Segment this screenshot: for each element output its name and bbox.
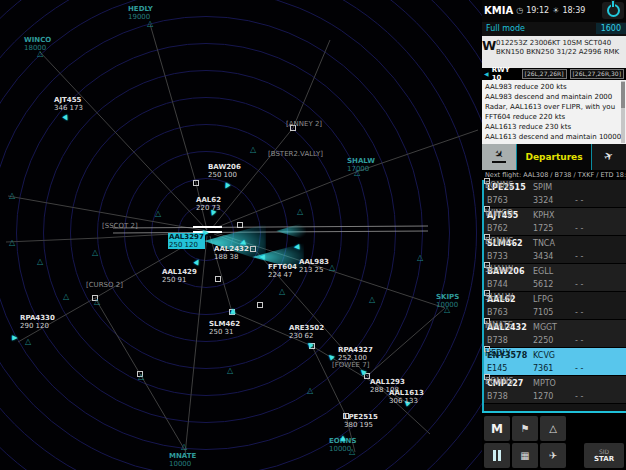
strip-exit-fix: EONNS <box>484 178 490 184</box>
flight-strip[interactable]: ENY3578 KCVG HEDLY E145 7361 - - <box>484 348 626 376</box>
strip-extra: - - <box>575 306 583 319</box>
daylight-icon: ☀ <box>552 6 559 15</box>
plane-takeoff-icon: ✈ <box>602 149 616 165</box>
strip-aircraft-type: B738 <box>487 334 533 347</box>
windsock-button[interactable]: ⚑ <box>512 416 538 441</box>
strip-extra: - - <box>575 194 583 207</box>
weather-text: 012253Z 23006KT 10SM SCT040 BKN150 BKN25… <box>496 36 619 68</box>
tab-departures[interactable]: Departures <box>517 144 591 170</box>
pause-icon <box>492 446 502 465</box>
aircraft-label[interactable]: AAL3297250 120 <box>168 233 205 249</box>
current-time: 19:12 <box>526 6 549 15</box>
toolbar-row-1: M ⚑ △ <box>484 416 624 441</box>
runway-bar-icon <box>492 161 506 163</box>
aircraft-label[interactable]: FFT604224 47 <box>268 263 297 279</box>
strip-tabs: ✈ Departures ✈ <box>482 144 626 170</box>
weather-box: W 012253Z 23006KT 10SM SCT040 BKN150 BKN… <box>482 36 626 68</box>
aircraft-label[interactable]: AAL1429250 91 <box>162 268 197 284</box>
strip-squawk: 7105 <box>533 306 575 319</box>
strip-extra: - - <box>575 334 583 347</box>
traffic-button[interactable]: ✈ <box>540 443 566 468</box>
strip-extra: - - <box>575 390 583 403</box>
weather-letter: W <box>482 36 496 68</box>
strip-aircraft-type: B738 <box>487 390 533 403</box>
tab-arrivals[interactable]: ✈ <box>482 144 517 170</box>
aircraft-label[interactable]: RPA4330290 120 <box>20 314 55 330</box>
strip-aircraft-type: B744 <box>487 278 533 291</box>
radar-display[interactable]: △△△△△△△△△△△△△△△△△△△△△△△ HEDLY19000 WINCO… <box>0 0 482 470</box>
triangle-icon: △ <box>549 423 557 434</box>
sidebar-header: KMIA ◷ 19:12 ☀ 18:39 <box>482 0 626 22</box>
strip-exit-fix: WINCO <box>484 206 490 212</box>
strip-squawk: 5612 <box>533 278 575 291</box>
plane-icon: ✈ <box>549 450 557 461</box>
strip-grid-button[interactable]: ▦ <box>512 443 538 468</box>
log-line: FFT604 reduce 220 kts <box>485 112 617 122</box>
next-flight-info: Next flight: AAL308 / B738 / TXKF / ETD … <box>482 170 626 180</box>
strip-squawk: 1725 <box>533 222 575 235</box>
flight-strip[interactable]: BAW206 EGLL SHALW B744 5612 - - <box>484 264 626 292</box>
sid-star-toggle-button[interactable]: SID STAR <box>584 443 624 468</box>
strip-extra: - - <box>575 250 583 263</box>
strip-destination: MPTO <box>533 377 575 390</box>
strip-exit-fix: EONNS <box>484 234 490 240</box>
aircraft-label[interactable]: AAL62220 73 <box>196 196 221 212</box>
log-line: AAL983 descend and maintain 2000 <box>485 92 617 102</box>
aircraft-label[interactable]: ARE3502230 62 <box>289 324 324 340</box>
log-scrollbar[interactable] <box>621 81 625 143</box>
strip-aircraft-type: B763 <box>487 194 533 207</box>
tab-outbound[interactable]: ✈ <box>591 144 626 170</box>
landing-runways[interactable]: [26L,27,26R] <box>522 69 567 79</box>
atc-app-window: △△△△△△△△△△△△△△△△△△△△△△△ HEDLY19000 WINCO… <box>0 0 626 470</box>
aircraft-label-layer: AJT455346 173 BAW206250 100 AAL62220 73 … <box>0 0 482 470</box>
windsock-icon: ⚑ <box>521 423 530 434</box>
flight-strip[interactable]: CMP227 MPTO EONNS B738 1270 - - <box>484 376 626 404</box>
log-scrollbar-thumb[interactable] <box>621 82 625 108</box>
mode-label[interactable]: Full mode <box>482 24 525 33</box>
aircraft-label[interactable]: RPA4327252 100 <box>338 346 373 362</box>
strip-aircraft-type: E145 <box>487 362 533 375</box>
strip-destination: LFPG <box>533 293 575 306</box>
strip-aircraft-type: B762 <box>487 222 533 235</box>
strip-exit-fix: SHALW <box>484 290 490 296</box>
strip-exit-fix: MNATE <box>484 318 490 324</box>
power-button[interactable] <box>602 2 624 19</box>
aircraft-label[interactable]: BAW206250 100 <box>208 163 241 179</box>
map-mode-button[interactable]: M <box>484 416 510 441</box>
clock-icon: ◷ <box>516 6 523 15</box>
log-line: AAL1613 descend and maintain 10000 <box>485 132 617 142</box>
strip-destination: KCVG <box>533 349 575 362</box>
sidebar: KMIA ◷ 19:12 ☀ 18:39 Full mode 1600 W 01… <box>482 0 626 470</box>
toolbar-row-2: ▦ ✈ SID STAR <box>484 443 624 468</box>
message-log[interactable]: AAL983 reduce 200 ktsAAL983 descend and … <box>482 80 626 144</box>
flight-strip[interactable]: AAL62 LFPG SHALW B763 7105 - - <box>484 292 626 320</box>
aircraft-view-button[interactable]: △ <box>540 416 566 441</box>
aircraft-label[interactable]: AAL1613306 133 <box>389 389 424 405</box>
log-line: AAL983 reduce 200 kts <box>485 82 617 92</box>
strip-destination: TNCA <box>533 237 575 250</box>
star-label: STAR <box>594 455 614 463</box>
pause-button[interactable] <box>484 443 510 468</box>
strip-destination: MGGT <box>533 321 575 334</box>
squawk-value[interactable]: 1600 <box>596 23 626 34</box>
strip-aircraft-type: B733 <box>487 250 533 263</box>
departure-runways[interactable]: [26L,27,26R,30] <box>570 69 624 79</box>
flight-strip[interactable]: AJT455 KPHX WINCO B762 1725 - - <box>484 208 626 236</box>
power-icon <box>607 4 620 17</box>
aircraft-label[interactable]: LPE2515380 195 <box>344 413 378 429</box>
strip-squawk: 3434 <box>533 250 575 263</box>
weather-line1: 012253Z 23006KT 10SM SCT040 <box>496 39 611 47</box>
aircraft-label[interactable]: AAL2432188 38 <box>214 245 249 261</box>
strip-exit-fix: HEDLY <box>484 346 490 352</box>
flight-strip[interactable]: LPE2515 SPIM EONNS B763 3324 - - <box>484 180 626 208</box>
strip-aircraft-type: B763 <box>487 306 533 319</box>
aircraft-label[interactable]: SLM462250 31 <box>209 320 240 336</box>
strip-squawk: 3324 <box>533 194 575 207</box>
strip-destination: EGLL <box>533 265 575 278</box>
back-icon[interactable]: ◀ <box>484 70 489 77</box>
flight-strip[interactable]: AAL2432 MGGT MNATE B738 2250 - - <box>484 320 626 348</box>
aircraft-label[interactable]: AAL983213 25 <box>299 258 329 274</box>
aircraft-label[interactable]: AJT455346 173 <box>54 96 83 112</box>
sunset-time: 18:39 <box>562 6 585 15</box>
flight-strip[interactable]: SLM462 TNCA EONNS B733 3434 - - <box>484 236 626 264</box>
